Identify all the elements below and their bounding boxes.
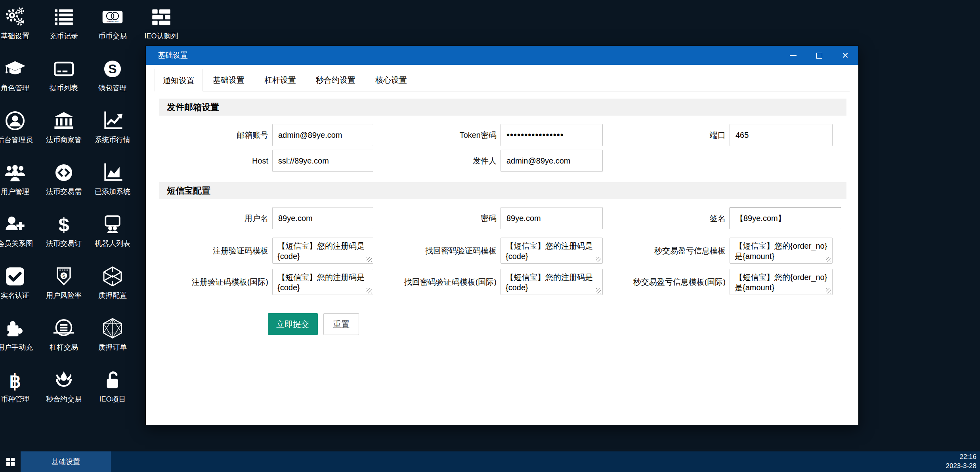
tab-basic-settings[interactable]: 基础设置 <box>203 69 254 91</box>
shortcut-label: 法币交易订 <box>46 239 82 248</box>
dialog-title: 基础设置 <box>158 50 188 61</box>
sms-password-input[interactable] <box>501 207 603 229</box>
shortcut-leverage-trade[interactable]: 杠杆交易 <box>40 317 88 352</box>
tpl-profit-textarea[interactable]: 【短信宝】您的{order_no}是{amount} <box>730 238 833 264</box>
sms-sign-input[interactable] <box>730 207 841 229</box>
shortcut-label: 后台管理员 <box>0 135 33 145</box>
email-account-input[interactable] <box>272 124 373 146</box>
shortcut-wallet-management[interactable]: S 钱包管理 <box>88 57 137 93</box>
user-circle-icon <box>4 109 26 132</box>
shortcut-label: 实名认证 <box>1 291 29 300</box>
host-label: Host <box>178 150 268 172</box>
shortcut-label: 提币列表 <box>50 83 78 93</box>
sms-username-input[interactable] <box>272 207 373 229</box>
graduation-cap-icon <box>4 57 26 80</box>
shortcut-ieo-subscription[interactable]: IEO认购列 <box>137 6 185 41</box>
shortcut-fiat-orders[interactable]: $ 法币交易订 <box>40 213 88 248</box>
unlock-icon <box>102 369 123 392</box>
shortcut-coin-management[interactable]: ฿ 币种管理 <box>0 369 39 404</box>
list-icon <box>53 6 75 29</box>
shortcut-seconds-contract[interactable]: 秒合约交易 <box>40 369 88 404</box>
shortcut-coin-trade[interactable]: mastercard 币币交易 <box>88 6 137 41</box>
svg-text:$: $ <box>58 214 69 235</box>
bitcoin-icon: ฿ <box>4 369 26 392</box>
tpl-findpwd-textarea[interactable]: 【短信宝】您的注册码是{code} <box>501 238 603 264</box>
taskbar-item-basic-settings[interactable]: 基础设置 <box>21 451 111 472</box>
submit-button[interactable]: 立即提交 <box>268 313 318 335</box>
port-input[interactable] <box>730 124 833 146</box>
token-password-input[interactable] <box>501 124 603 146</box>
dialog-titlebar[interactable]: 基础设置 <box>146 46 858 65</box>
svg-text:S: S <box>108 62 117 76</box>
shortcut-system-market[interactable]: 系统币行情 <box>88 109 137 145</box>
tab-seconds-contract-settings[interactable]: 秒合约设置 <box>306 69 365 91</box>
circle-chevrons-icon <box>53 161 75 184</box>
shortcut-deposit-records[interactable]: 充币记录 <box>40 6 88 41</box>
shortcut-basic-settings[interactable]: 基础设置 <box>0 6 39 41</box>
shortcut-label: 法币交易需 <box>46 187 82 196</box>
circle-lines-icon <box>53 317 75 340</box>
shortcut-added-system[interactable]: 已添加系统 <box>88 161 137 196</box>
maximize-icon <box>816 53 822 59</box>
tpl-findpwd-intl-label: 找回密码验证码模板(国际) <box>399 269 497 295</box>
token-password-label: Token密码 <box>399 124 497 146</box>
shortcut-label: 钱包管理 <box>98 83 127 93</box>
shortcut-label: 用户风险率 <box>46 291 82 300</box>
sender-label: 发件人 <box>399 150 497 172</box>
robot-list-icon <box>102 213 123 236</box>
minimize-button[interactable] <box>780 46 806 65</box>
maximize-button[interactable] <box>806 46 832 65</box>
tpl-profit-intl-textarea[interactable]: 【短信宝】您的{order_no}是{amount} <box>730 269 833 295</box>
form-row: 邮箱账号 Token密码 端口 <box>146 124 858 146</box>
mastercard-icon: mastercard <box>102 6 123 29</box>
shortcut-manual-recharge[interactable]: 用户手动充 <box>0 317 39 352</box>
taskbar-clock[interactable]: 22:16 2023-3-28 <box>946 451 976 472</box>
form-row: Host 发件人 <box>146 150 858 172</box>
shortcut-label: 已添加系统 <box>95 187 130 196</box>
sender-input[interactable] <box>501 150 603 172</box>
start-button[interactable] <box>0 451 21 472</box>
shortcut-admin-users[interactable]: 后台管理员 <box>0 109 39 145</box>
shortcut-pledge-orders[interactable]: 质押订单 <box>88 317 137 352</box>
tab-core-settings[interactable]: 核心设置 <box>365 69 417 91</box>
shortcut-role-management[interactable]: 角色管理 <box>0 57 39 93</box>
shortcut-label: 法币商家管 <box>46 135 82 145</box>
window-controls <box>780 46 858 65</box>
section-header-mail: 发件邮箱设置 <box>159 99 846 116</box>
close-button[interactable] <box>832 46 858 65</box>
tpl-findpwd-intl-textarea[interactable]: 【短信宝】您的注册码是{code} <box>501 269 603 295</box>
bank-icon <box>53 109 75 132</box>
sms-username-label: 用户名 <box>178 207 268 229</box>
desktop: 基础设置 充币记录 mastercard 币币交易 IEO认购列 <box>0 0 980 472</box>
svg-text:mastercard: mastercard <box>107 20 118 23</box>
shortcut-user-management[interactable]: 用户管理 <box>0 161 39 196</box>
shortcut-fiat-merchant[interactable]: 法币商家管 <box>40 109 88 145</box>
sms-password-label: 密码 <box>399 207 497 229</box>
svg-text:S: S <box>62 273 65 279</box>
shortcut-member-relation[interactable]: 会员关系图 <box>0 213 39 248</box>
tpl-register-textarea[interactable]: 【短信宝】您的注册码是{code} <box>272 238 373 264</box>
shortcut-withdraw-list[interactable]: 提币列表 <box>40 57 88 93</box>
shortcut-ieo-project[interactable]: IEO项目 <box>88 369 137 404</box>
shortcut-robot-list[interactable]: 机器人列表 <box>88 213 137 248</box>
dialog-tab-bar: 通知设置 基础设置 杠杆设置 秒合约设置 核心设置 <box>155 69 850 91</box>
reset-button[interactable]: 重置 <box>323 313 359 335</box>
shortcut-label: 充币记录 <box>50 31 78 41</box>
shortcut-label: 会员关系图 <box>0 239 33 248</box>
tab-notification-settings[interactable]: 通知设置 <box>155 69 203 91</box>
tab-leverage-settings[interactable]: 杠杆设置 <box>254 69 306 91</box>
tpl-findpwd-label: 找回密码验证码模板 <box>399 238 497 264</box>
shortcut-label: 币种管理 <box>1 394 29 404</box>
shortcut-pledge-config[interactable]: 质押配置 <box>88 265 137 300</box>
shortcut-fiat-demand[interactable]: 法币交易需 <box>40 161 88 196</box>
minimize-icon <box>790 55 797 56</box>
host-input[interactable] <box>272 150 373 172</box>
sms-sign-label: 签名 <box>613 207 726 229</box>
shortcut-user-risk[interactable]: S 用户风险率 <box>40 265 88 300</box>
line-chart-icon <box>102 109 123 132</box>
shortcut-label: 用户手动充 <box>0 343 33 352</box>
form-row: 用户名 密码 签名 <box>146 207 858 229</box>
shortcut-label: IEO项目 <box>99 394 126 404</box>
shortcut-kyc[interactable]: 实名认证 <box>0 265 39 300</box>
tpl-register-intl-textarea[interactable]: 【短信宝】您的注册码是{code} <box>272 269 373 295</box>
